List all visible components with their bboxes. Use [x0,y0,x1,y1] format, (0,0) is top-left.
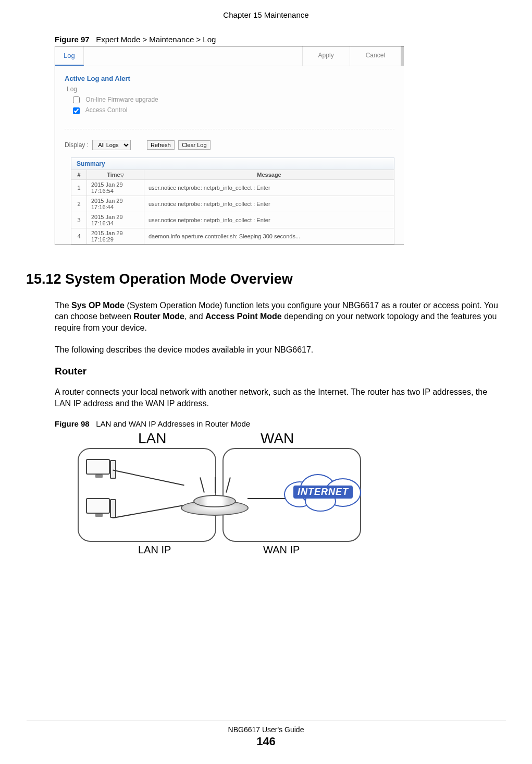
subhead-router: Router [55,366,501,377]
figure-98-caption: Figure 98 LAN and WAN IP Addresses in Ro… [55,419,501,428]
th-message[interactable]: Message [144,169,394,179]
para-router-desc: A router connects your local network wit… [55,386,501,409]
table-row: 1 2015 Jan 29 17:16:54 user.notice netpr… [71,179,394,196]
divider [65,129,394,129]
router-icon [181,482,249,516]
chapter-header: Chapter 15 Maintenance [26,10,506,19]
label-lan: LAN [138,430,166,447]
computer-icon [86,498,115,523]
section-heading: 15.12 System Operation Mode Overview [26,271,501,287]
topbar-spacer [84,46,302,66]
cell-msg: user.notice netprobe: netprb_info_collec… [144,196,394,212]
cell-time: 2015 Jan 29 17:16:54 [87,179,144,196]
cell-num: 4 [71,228,87,244]
para-sys-op-mode: The Sys OP Mode (System Operation Mode) … [55,300,501,334]
summary-header: Summary [71,157,394,169]
cell-time: 2015 Jan 29 17:16:44 [87,196,144,212]
footer-guide: NBG6617 User's Guide [0,725,532,734]
label-firmware-upgrade: On-line Firmware upgrade [85,96,158,103]
page-number: 146 [0,735,532,748]
footer-rule [27,721,506,721]
figure-98-label: Figure 98 [55,419,90,428]
scrollbar[interactable] [401,46,404,66]
figure-98-text: LAN and WAN IP Addresses in Router Mode [96,419,250,428]
figure-97-label: Figure 97 [55,35,90,44]
th-num[interactable]: # [71,169,87,179]
active-log-title: Active Log and Alert [65,75,394,82]
internet-cloud-icon: INTERNET [284,472,362,514]
cell-msg: user.notice netprobe: netprb_info_collec… [144,179,394,196]
label-wan: WAN [261,430,294,447]
table-row: 3 2015 Jan 29 17:16:34 user.notice netpr… [71,212,394,228]
computer-icon [86,459,115,484]
refresh-button[interactable]: Refresh [147,140,175,150]
cell-num: 1 [71,179,87,196]
apply-button[interactable]: Apply [302,46,350,66]
cell-num: 3 [71,212,87,228]
internet-label: INTERNET [293,486,353,499]
log-table: # Time▽ Message 1 2015 Jan 29 17:16:54 u… [71,169,394,245]
cell-time: 2015 Jan 29 17:16:34 [87,212,144,228]
figure-97-caption: Figure 97 Expert Mode > Maintenance > Lo… [55,35,501,44]
cell-msg: daemon.info aperture-controller.sh: Slee… [144,228,394,244]
table-row: 4 2015 Jan 29 17:16:29 daemon.info apert… [71,228,394,244]
th-time[interactable]: Time▽ [87,169,144,179]
tab-log[interactable]: Log [55,46,84,66]
log-topbar: Log Apply Cancel [55,46,404,66]
figure-97-screenshot: Log Apply Cancel Active Log and Alert Lo… [55,46,404,245]
sort-desc-icon[interactable]: ▽ [120,173,124,178]
wan-ip-label: WAN IP [263,544,300,556]
table-row: 2 2015 Jan 29 17:16:44 user.notice netpr… [71,196,394,212]
para-device-modes: The following describes the device modes… [55,344,501,356]
page-footer: NBG6617 User's Guide 146 [0,721,532,748]
lan-ip-label: LAN IP [138,544,171,556]
display-label: Display : [65,141,89,149]
cell-time: 2015 Jan 29 17:16:29 [87,228,144,244]
figure-98-diagram: LAN WAN INTERNET LAN IP WAN IP [76,430,367,561]
figure-97-text: Expert Mode > Maintenance > Log [96,35,216,44]
label-access-control: Access Control [85,106,128,114]
checkbox-firmware-upgrade[interactable] [73,96,80,103]
cell-num: 2 [71,196,87,212]
clear-log-button[interactable]: Clear Log [178,140,211,150]
cancel-button[interactable]: Cancel [350,46,401,66]
log-controls: Display : All Logs Refresh Clear Log [65,140,394,150]
display-select[interactable]: All Logs [92,140,131,150]
cell-msg: user.notice netprobe: netprb_info_collec… [144,212,394,228]
log-sublabel: Log [67,86,394,93]
checkbox-access-control[interactable] [73,107,80,114]
